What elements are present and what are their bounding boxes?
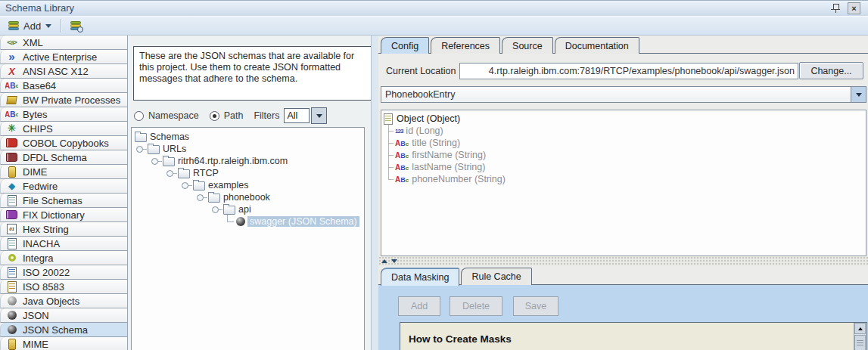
sidebar-item-json-schema[interactable]: JSON Schema: [0, 323, 127, 337]
ring-icon: [5, 252, 18, 264]
sidebar-item-dime[interactable]: DIME: [0, 165, 127, 179]
tree-node-api[interactable]: api: [132, 203, 364, 215]
object-node-title[interactable]: ABctitle (String): [381, 137, 866, 149]
dark-sphere-icon: [5, 324, 18, 336]
folder-icon: [193, 181, 205, 190]
sidebar-item-fix-dictionary[interactable]: FIX Dictionary: [0, 208, 127, 222]
tab-data-masking[interactable]: Data Masking: [381, 268, 459, 286]
xml-tag-icon: <a>: [5, 37, 18, 48]
expand-knob-icon[interactable]: [212, 206, 219, 213]
sidebar-item-bytes[interactable]: ABcBytes: [0, 107, 127, 122]
tab-references[interactable]: References: [431, 37, 500, 54]
dark-sphere-icon: [236, 217, 245, 226]
data-masking-panel: Add Delete Save How to Create Masks: [378, 284, 868, 350]
dropdown-caret-icon[interactable]: [45, 24, 51, 31]
help-scrollbar[interactable]: [854, 323, 866, 350]
abc-text-icon: ABc: [395, 150, 409, 160]
toolbar-separator: [61, 19, 61, 33]
namespace-radio[interactable]: [134, 111, 144, 121]
object-structure-tree: Object (Object) 123id (Long) ABctitle (S…: [381, 110, 866, 256]
abc-text-icon: ABc: [395, 174, 409, 184]
sidebar-item-chips[interactable]: ✳CHIPS: [0, 122, 127, 136]
sidebar-item-ansi-asc-x12[interactable]: XANSI ASC X12: [0, 64, 127, 79]
sidebar-item-iso-20022[interactable]: ISO 20022: [0, 265, 127, 280]
tree-node-host[interactable]: ritrh64.rtp.raleigh.ibm.com: [132, 155, 364, 167]
chips-gear-icon: ✳: [5, 123, 18, 135]
tab-source[interactable]: Source: [502, 37, 553, 54]
namespace-radio-label: Namespace: [148, 110, 199, 121]
delete-mask-button[interactable]: Delete: [450, 296, 502, 316]
add-from-url-button[interactable]: [67, 18, 85, 34]
dark-sphere-icon: [5, 310, 18, 321]
expand-knob-icon[interactable]: [151, 158, 158, 165]
tree-node-swagger[interactable]: swagger (JSON Schema): [132, 215, 364, 228]
object-node-root[interactable]: Object (Object): [381, 113, 866, 125]
sidebar-item-mime[interactable]: MIME: [0, 337, 127, 350]
tree-node-examples[interactable]: examples: [132, 179, 364, 191]
sidebar-item-hex-string[interactable]: 01Hex String: [0, 222, 127, 237]
expand-knob-icon[interactable]: [136, 146, 143, 153]
abc-text-icon: ABc: [395, 138, 409, 148]
sidebar-item-bw-private-processes[interactable]: BW Private Processes: [0, 93, 127, 107]
close-icon[interactable]: ×: [848, 2, 860, 14]
add-mask-button[interactable]: Add: [398, 296, 440, 316]
schema-detail-panel: Config References Source Documentation C…: [378, 36, 868, 350]
tree-node-schemas[interactable]: Schemas: [132, 131, 364, 143]
filters-label: Filters: [254, 110, 279, 121]
collapse-down-icon[interactable]: [391, 259, 397, 266]
folder-icon: [163, 157, 175, 166]
tab-documentation[interactable]: Documentation: [555, 37, 639, 54]
sidebar-item-integra[interactable]: Integra: [0, 251, 127, 265]
folder-icon: [148, 145, 160, 154]
folder-icon: [223, 206, 235, 215]
filters-dropdown-button[interactable]: [311, 107, 327, 124]
schema-entry-combobox[interactable]: PhonebookEntry: [381, 86, 866, 103]
sidebar-item-active-enterprise[interactable]: »Active Enterprise: [0, 50, 127, 64]
object-node-firstname[interactable]: ABcfirstName (String): [381, 149, 866, 161]
red-book-icon: [5, 138, 18, 149]
add-button[interactable]: Add: [5, 18, 55, 34]
add-button-label: Add: [23, 20, 41, 32]
expand-knob-icon[interactable]: [182, 182, 188, 189]
object-node-id[interactable]: 123id (Long): [381, 125, 866, 137]
diamond-icon: ◆: [5, 181, 18, 192]
sidebar-item-iso-8583[interactable]: ISO 8583: [0, 280, 127, 294]
sidebar-item-fedwire[interactable]: ◆Fedwire: [0, 179, 127, 194]
horizontal-splitter[interactable]: [378, 256, 868, 266]
ansi-x12-icon: X: [5, 66, 18, 77]
sidebar-item-cobol-copybooks[interactable]: COBOL Copybooks: [0, 136, 127, 150]
mask-help-box: How to Create Masks: [400, 322, 867, 350]
tab-rule-cache[interactable]: Rule Cache: [461, 268, 531, 285]
sidebar-item-base64[interactable]: ABcBase64: [0, 79, 127, 93]
document-blue-icon: [5, 267, 18, 278]
chevron-down-icon: [316, 114, 322, 121]
folder-icon: [208, 194, 220, 203]
tree-node-phonebook[interactable]: phonebook: [132, 191, 364, 203]
schema-type-list: <a>XML »Active Enterprise XANSI ASC X12 …: [0, 36, 128, 350]
filters-combobox[interactable]: All: [284, 107, 327, 124]
sidebar-item-inacha[interactable]: INACHA: [0, 237, 127, 251]
sidebar-item-java-objects[interactable]: Java Objects: [0, 294, 127, 308]
sidebar-item-dfdl-schema[interactable]: DFDL Schema: [0, 150, 127, 165]
combo-dropdown-button[interactable]: [851, 87, 866, 102]
schema-library-window: Schema Library × Add <a>XML »Active Ente…: [0, 0, 868, 350]
path-radio[interactable]: [210, 111, 219, 121]
object-node-phonenumber[interactable]: ABcphoneNumber (String): [381, 173, 866, 185]
expand-knob-icon[interactable]: [197, 194, 204, 201]
scrollbar-thumb[interactable]: [854, 335, 866, 350]
tree-node-urls[interactable]: URLs: [132, 143, 364, 155]
tree-node-rtcp[interactable]: RTCP: [132, 167, 364, 179]
schema-tree: Schemas URLs ritrh64.rtp.raleigh.ibm.com…: [131, 127, 365, 350]
sidebar-item-json[interactable]: JSON: [0, 308, 127, 323]
expand-knob-icon[interactable]: [166, 170, 173, 177]
pin-icon[interactable]: [831, 3, 841, 13]
tab-config[interactable]: Config: [381, 37, 429, 54]
object-node-lastname[interactable]: ABclastName (String): [381, 161, 866, 173]
collapse-up-icon[interactable]: [381, 256, 387, 263]
change-button[interactable]: Change...: [799, 62, 863, 79]
save-mask-button[interactable]: Save: [513, 296, 558, 316]
sidebar-item-xml[interactable]: <a>XML: [0, 36, 127, 50]
current-location-field[interactable]: 4.rtp.raleigh.ibm.com:7819/RTCP/examples…: [459, 63, 798, 79]
scroll-up-button[interactable]: [854, 323, 866, 334]
sidebar-item-file-schemas[interactable]: File Schemas: [0, 194, 127, 208]
